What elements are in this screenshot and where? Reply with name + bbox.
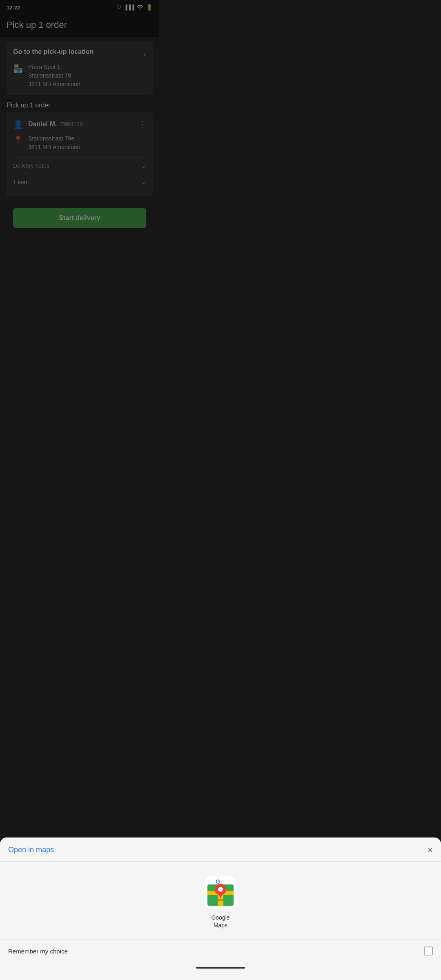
modal-overlay[interactable] [0,0,159,345]
